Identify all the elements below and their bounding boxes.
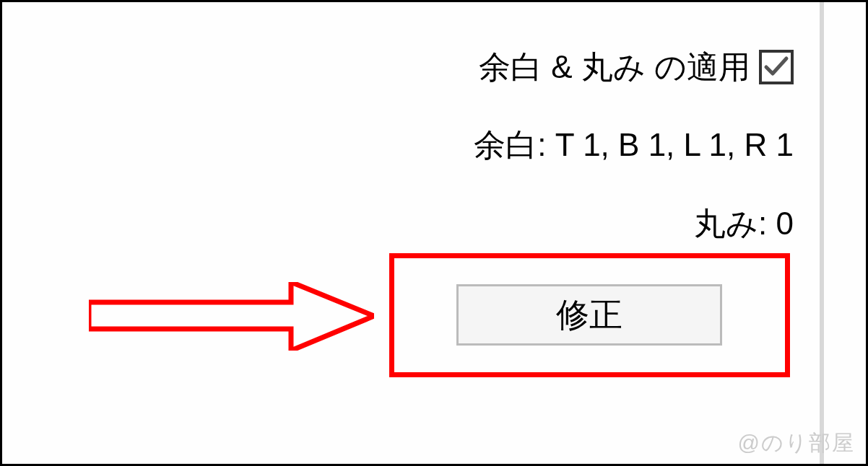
apply-margin-round-row: 余白 & 丸み の適用 (474, 42, 794, 92)
content-area: 余白 & 丸み の適用 余白: T 1, B 1, L 1, R 1 丸み: 0… (2, 2, 866, 464)
panel-divider (820, 2, 824, 464)
apply-checkbox[interactable] (759, 50, 794, 84)
annotation-arrow (89, 282, 374, 351)
margin-row: 余白: T 1, B 1, L 1, R 1 (474, 120, 794, 170)
modify-button[interactable]: 修正 (456, 284, 722, 346)
modify-button-label: 修正 (556, 293, 622, 338)
round-label: 丸み: (694, 206, 767, 241)
settings-panel: 余白 & 丸み の適用 余白: T 1, B 1, L 1, R 1 丸み: 0 (474, 42, 794, 276)
watermark: @のり部屋 (738, 428, 855, 458)
checkmark-icon (763, 54, 789, 80)
margin-label: 余白: (474, 127, 546, 162)
round-row: 丸み: 0 (474, 198, 794, 249)
arrow-icon (89, 282, 374, 351)
margin-value: T 1, B 1, L 1, R 1 (555, 127, 794, 162)
apply-margin-round-label: 余白 & 丸み の適用 (479, 42, 750, 92)
round-value: 0 (776, 206, 794, 241)
